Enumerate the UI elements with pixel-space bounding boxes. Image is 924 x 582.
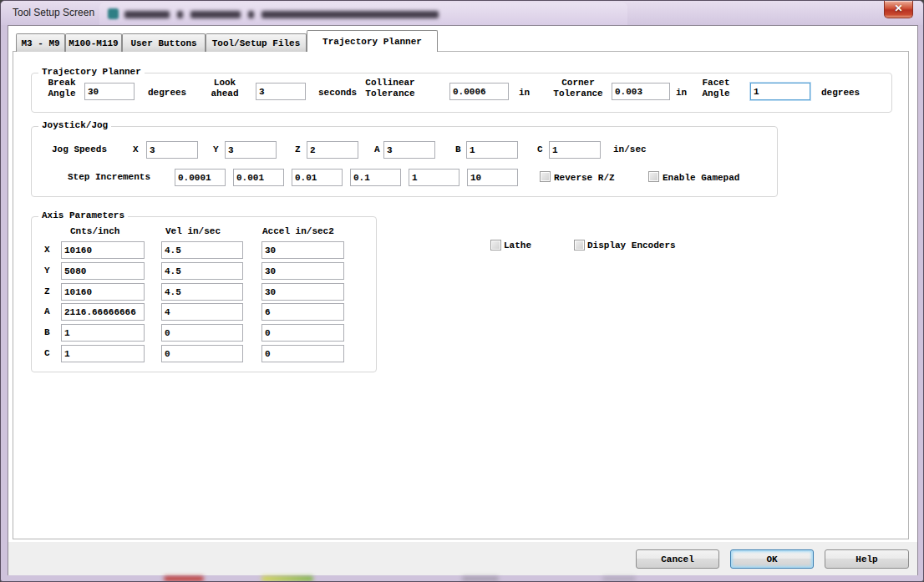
collinear-tolerance-unit: in [519,88,530,98]
lathe-label: Lathe [504,240,531,251]
axis-b-cnts-input[interactable] [61,324,145,342]
jog-axis-b-label: B [455,144,461,154]
axis-x-label: X [44,245,50,255]
axis-a-accel-input[interactable] [261,303,344,321]
tab-tool-setup-files[interactable]: Tool/Setup Files [206,33,307,52]
joystick-jog-group-label: Joystick/Jog [38,120,111,130]
break-angle-input[interactable] [84,83,135,100]
axis-c-accel-input[interactable] [261,345,344,362]
corner-tolerance-unit: in [676,88,687,98]
step-increment-3-input[interactable] [350,169,401,186]
axis-b-vel-input[interactable] [161,324,243,342]
look-ahead-input[interactable] [256,83,306,100]
axis-y-accel-input[interactable] [261,262,344,280]
facet-angle-label: FacetAngle [694,78,738,99]
axis-y-vel-input[interactable] [161,262,243,280]
axis-z-label: Z [44,286,50,296]
jog-speed-z-input[interactable] [307,141,358,159]
jog-axis-y-label: Y [213,144,219,154]
joystick-jog-group: Joystick/Jog [31,126,778,197]
break-angle-label: BreakAngle [38,78,86,99]
titlebar: Tool Setup Screen [1,1,923,25]
corner-tolerance-label: CornerTolerance [551,78,606,99]
tool-setup-window: Tool Setup Screen ✕ M3 - M9 M100-M119 Us… [0,0,924,582]
jog-speed-c-input[interactable] [549,141,601,159]
axis-z-cnts-input[interactable] [61,283,145,301]
frame-green-blob [261,576,313,581]
axis-y-label: Y [44,266,50,276]
tab-trajectory-planner[interactable]: Trajectory Planner [307,30,438,52]
axis-b-accel-input[interactable] [261,324,344,342]
axis-x-cnts-input[interactable] [61,241,145,259]
step-increment-4-input[interactable] [409,169,459,186]
jog-speed-a-input[interactable] [383,141,435,159]
axis-z-accel-input[interactable] [261,283,344,301]
axis-c-vel-input[interactable] [161,345,243,362]
step-increment-1-input[interactable] [233,169,284,186]
header-vel-in-sec: Vel in/sec [165,226,221,236]
jog-speed-y-input[interactable] [225,141,277,159]
corner-tolerance-input[interactable] [612,83,670,100]
header-accel-in-sec2: Accel in/sec2 [262,226,334,236]
jog-speeds-unit: in/sec [613,144,647,154]
step-increments-label: Step Increments [68,172,150,182]
axis-parameters-group-label: Axis Parameters [38,210,128,220]
jog-speeds-label: Jog Speeds [52,144,107,154]
axis-b-label: B [44,327,50,337]
help-button[interactable]: Help [825,549,909,569]
axis-x-vel-input[interactable] [161,241,243,259]
cancel-button[interactable]: Cancel [636,549,719,569]
tab-m100-m119[interactable]: M100-M119 [65,33,122,52]
axis-c-cnts-input[interactable] [61,345,145,362]
axis-x-accel-input[interactable] [261,241,344,259]
step-increment-0-input[interactable] [175,169,226,186]
axis-a-vel-input[interactable] [161,303,243,321]
axis-a-label: A [44,306,50,316]
enable-gamepad-checkbox[interactable] [648,171,659,182]
jog-axis-z-label: Z [295,144,301,154]
trajectory-planner-group-label: Trajectory Planner [38,67,145,77]
close-button[interactable]: ✕ [884,1,913,18]
collinear-tolerance-label: CollinearTolerance [362,78,419,99]
facet-angle-input[interactable] [750,83,810,100]
jog-speed-b-input[interactable] [466,141,518,159]
jog-axis-x-label: X [133,144,139,154]
frame-gray-blob [462,576,499,581]
obscured-background-title [124,11,439,18]
ok-button[interactable]: OK [730,549,814,569]
jog-axis-a-label: A [374,144,380,154]
jog-speed-x-input[interactable] [146,141,198,159]
frame-gray-blob-2 [602,576,636,581]
look-ahead-label: Lookahead [201,78,248,99]
step-increment-5-input[interactable] [467,169,518,186]
lathe-checkbox[interactable] [490,240,501,251]
display-encoders-checkbox[interactable] [574,240,585,251]
jog-axis-c-label: C [537,144,543,154]
facet-angle-unit: degrees [821,88,860,98]
axis-c-label: C [44,348,50,358]
reverse-rz-checkbox[interactable] [540,171,551,182]
collinear-tolerance-input[interactable] [449,83,509,100]
axis-a-cnts-input[interactable] [61,303,145,321]
background-app-icon [108,8,119,19]
frame-red-blob [164,576,204,581]
break-angle-unit: degrees [148,88,186,98]
tab-m3-m9[interactable]: M3 - M9 [16,33,65,52]
axis-z-vel-input[interactable] [161,283,243,301]
step-increment-2-input[interactable] [292,169,343,186]
look-ahead-unit: seconds [318,88,357,98]
display-encoders-label: Display Encoders [587,240,676,251]
reverse-rz-label: Reverse R/Z [554,173,615,183]
close-icon: ✕ [894,3,902,14]
tab-user-buttons[interactable]: User Buttons [122,33,206,52]
axis-y-cnts-input[interactable] [61,262,145,280]
header-cnts-inch: Cnts/inch [70,226,119,236]
enable-gamepad-label: Enable Gamepad [663,173,739,183]
window-title: Tool Setup Screen [13,7,94,18]
